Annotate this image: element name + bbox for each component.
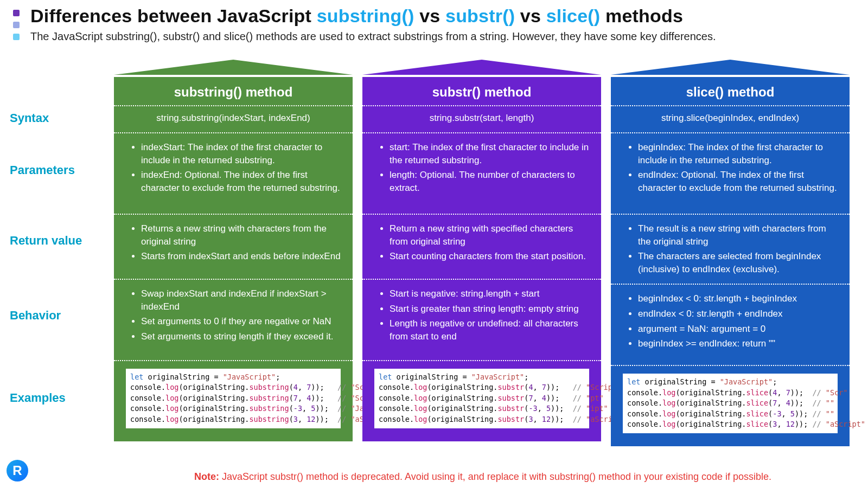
svg-marker-2 xyxy=(611,60,850,75)
title-slice: slice() xyxy=(546,5,601,26)
column-peak-icon xyxy=(114,60,353,75)
title-substr: substr() xyxy=(445,5,515,26)
brand-logo-icon: R xyxy=(7,460,28,481)
code-example: let originalString = "JavaScript"; conso… xyxy=(374,369,589,428)
label-examples: Examples xyxy=(10,391,66,405)
list-item: Start counting characters from the start… xyxy=(390,250,589,263)
list-item: argument = NaN: argument = 0 xyxy=(638,323,838,336)
syntax-cell: string.slice(beginIndex, endIndex) xyxy=(611,105,850,132)
list-item: Returns a new string with characters fro… xyxy=(141,222,341,248)
syntax-cell: string.substr(start, length) xyxy=(362,105,601,132)
column-peak-icon xyxy=(362,60,601,75)
note-bold: Note: xyxy=(194,471,219,482)
parameters-cell: indexStart: The index of the first chara… xyxy=(114,132,353,214)
svg-marker-1 xyxy=(362,60,601,75)
code-example: let originalString = "JavaScript"; conso… xyxy=(623,374,838,433)
title-text: Differences between JavaScript xyxy=(30,5,317,26)
behavior-cell: Start is negative: string.length + start… xyxy=(362,279,601,360)
list-item: The result is a new string with characte… xyxy=(638,222,838,248)
column-peak-icon xyxy=(611,60,850,75)
method-title: substring() method xyxy=(114,81,353,105)
list-item: indexStart: The index of the first chara… xyxy=(141,141,341,167)
list-item: start: The index of the first character … xyxy=(390,141,589,167)
page-subtitle: The JavaScript substring(), substr() and… xyxy=(30,30,716,43)
page-title: Differences between JavaScript substring… xyxy=(30,5,683,27)
list-item: Swap indexStart and indexEnd if indexSta… xyxy=(141,287,341,313)
note-text: JavaScript substr() method is deprecated… xyxy=(219,471,771,482)
list-item: beginIndex >= endIndex: return "" xyxy=(638,337,838,350)
code-example: let originalString = "JavaScript"; conso… xyxy=(126,369,341,428)
parameters-cell: beginIndex: The index of the first chara… xyxy=(611,132,850,214)
behavior-cell: Swap indexStart and indexEnd if indexSta… xyxy=(114,279,353,360)
list-item: beginIndex: The index of the first chara… xyxy=(638,141,838,167)
column-slice: slice() methodstring.slice(beginIndex, e… xyxy=(611,60,850,446)
list-item: The characters are selected from beginIn… xyxy=(638,250,838,276)
svg-marker-0 xyxy=(114,60,353,75)
list-item: Start is negative: string.length + start xyxy=(390,287,589,300)
list-item: endIndex < 0: str.length + endIndex xyxy=(638,307,838,320)
syntax-cell: string.substring(indexStart, indexEnd) xyxy=(114,105,353,132)
list-item: Set arguments to 0 if they are negative … xyxy=(141,315,341,328)
title-substring: substring() xyxy=(317,5,414,26)
examples-cell: let originalString = "JavaScript"; conso… xyxy=(611,365,850,441)
footer-note: Note: JavaScript substr() method is depr… xyxy=(114,471,852,483)
list-item: Length is negative or undefined: all cha… xyxy=(390,317,589,343)
label-parameters: Parameters xyxy=(10,163,75,177)
return-cell: Return a new string with specified chara… xyxy=(362,214,601,279)
list-item: Start is greater than string length: emp… xyxy=(390,303,589,316)
list-item: length: Optional. The number of characte… xyxy=(390,169,589,195)
label-syntax: Syntax xyxy=(10,111,49,125)
list-item: indexEnd: Optional. The index of the fir… xyxy=(141,169,341,195)
parameters-cell: start: The index of the first character … xyxy=(362,132,601,214)
list-item: beginIndex < 0: str.length + beginIndex xyxy=(638,292,838,305)
list-item: Set arguments to string length if they e… xyxy=(141,330,341,343)
label-behavior: Behavior xyxy=(10,309,61,323)
examples-cell: let originalString = "JavaScript"; conso… xyxy=(362,360,601,436)
return-cell: The result is a new string with characte… xyxy=(611,214,850,284)
column-substr: substr() methodstring.substr(start, leng… xyxy=(362,60,601,446)
behavior-cell: beginIndex < 0: str.length + beginIndexe… xyxy=(611,284,850,365)
list-item: Starts from indexStart and ends before i… xyxy=(141,250,341,263)
list-item: endIndex: Optional. The index of the fir… xyxy=(638,169,838,195)
method-title: slice() method xyxy=(611,81,850,105)
list-item: Return a new string with specified chara… xyxy=(390,222,589,248)
column-substring: substring() methodstring.substring(index… xyxy=(114,60,353,446)
comparison-grid: substring() methodstring.substring(index… xyxy=(114,60,850,446)
decor-squares xyxy=(13,10,20,40)
return-cell: Returns a new string with characters fro… xyxy=(114,214,353,279)
examples-cell: let originalString = "JavaScript"; conso… xyxy=(114,360,353,436)
method-title: substr() method xyxy=(362,81,601,105)
label-return: Return value xyxy=(10,234,82,248)
